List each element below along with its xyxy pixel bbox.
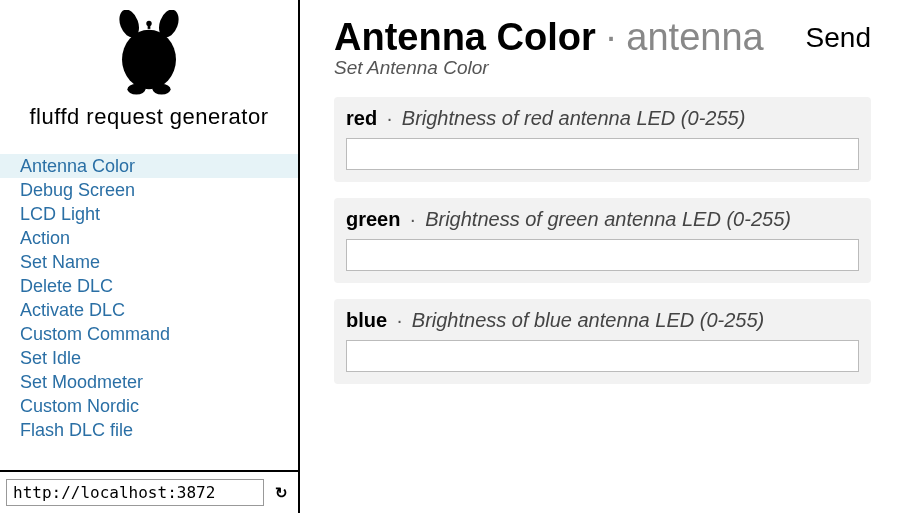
nav-item[interactable]: Custom Command bbox=[0, 322, 298, 346]
page-title: Antenna Color bbox=[334, 16, 596, 59]
title-separator: · bbox=[606, 16, 617, 59]
param-name: blue bbox=[346, 309, 387, 331]
nav-item[interactable]: LCD Light bbox=[0, 202, 298, 226]
brand-title: fluffd request generator bbox=[29, 104, 268, 130]
param-label-row: red · Brightness of red antenna LED (0-2… bbox=[346, 107, 859, 130]
main-panel: Antenna Color · antenna Send Set Antenna… bbox=[300, 0, 905, 513]
nav-item[interactable]: Activate DLC bbox=[0, 298, 298, 322]
brand-block: fluffd request generator bbox=[0, 0, 298, 136]
nav-item[interactable]: Debug Screen bbox=[0, 178, 298, 202]
server-url-input[interactable] bbox=[6, 479, 264, 506]
nav-item[interactable]: Delete DLC bbox=[0, 274, 298, 298]
nav-list: Antenna ColorDebug ScreenLCD LightAction… bbox=[0, 154, 298, 470]
svg-point-4 bbox=[122, 30, 176, 89]
param-desc: Brightness of red antenna LED (0-255) bbox=[402, 107, 746, 129]
nav-item[interactable]: Set Name bbox=[0, 250, 298, 274]
param-card: blue · Brightness of blue antenna LED (0… bbox=[334, 299, 871, 384]
param-desc: Brightness of green antenna LED (0-255) bbox=[425, 208, 791, 230]
reload-icon[interactable]: ↻ bbox=[270, 482, 292, 504]
param-card: green · Brightness of green antenna LED … bbox=[334, 198, 871, 283]
param-desc: Brightness of blue antenna LED (0-255) bbox=[412, 309, 764, 331]
furby-logo-icon bbox=[104, 10, 194, 100]
param-separator: · bbox=[387, 309, 412, 331]
nav-item[interactable]: Custom Nordic bbox=[0, 394, 298, 418]
header-row: Antenna Color · antenna Send bbox=[334, 16, 871, 59]
svg-point-6 bbox=[153, 84, 171, 95]
nav-item[interactable]: Flash DLC file bbox=[0, 418, 298, 442]
params-list: red · Brightness of red antenna LED (0-2… bbox=[334, 97, 871, 384]
param-name: red bbox=[346, 107, 377, 129]
sidebar-footer: ↻ bbox=[0, 470, 298, 513]
param-input-green[interactable] bbox=[346, 239, 859, 271]
svg-point-5 bbox=[127, 84, 145, 95]
param-input-red[interactable] bbox=[346, 138, 859, 170]
send-button[interactable]: Send bbox=[806, 22, 871, 54]
title-block: Antenna Color · antenna bbox=[334, 16, 764, 59]
svg-rect-3 bbox=[148, 24, 151, 29]
param-input-blue[interactable] bbox=[346, 340, 859, 372]
param-name: green bbox=[346, 208, 400, 230]
param-label-row: green · Brightness of green antenna LED … bbox=[346, 208, 859, 231]
param-label-row: blue · Brightness of blue antenna LED (0… bbox=[346, 309, 859, 332]
param-card: red · Brightness of red antenna LED (0-2… bbox=[334, 97, 871, 182]
param-separator: · bbox=[377, 107, 402, 129]
page-slug: antenna bbox=[626, 16, 763, 59]
page-subtitle: Set Antenna Color bbox=[334, 57, 871, 79]
sidebar: fluffd request generator Antenna ColorDe… bbox=[0, 0, 300, 513]
nav-item[interactable]: Set Idle bbox=[0, 346, 298, 370]
param-separator: · bbox=[400, 208, 425, 230]
nav-item[interactable]: Action bbox=[0, 226, 298, 250]
nav-item[interactable]: Antenna Color bbox=[0, 154, 298, 178]
nav-item[interactable]: Set Moodmeter bbox=[0, 370, 298, 394]
